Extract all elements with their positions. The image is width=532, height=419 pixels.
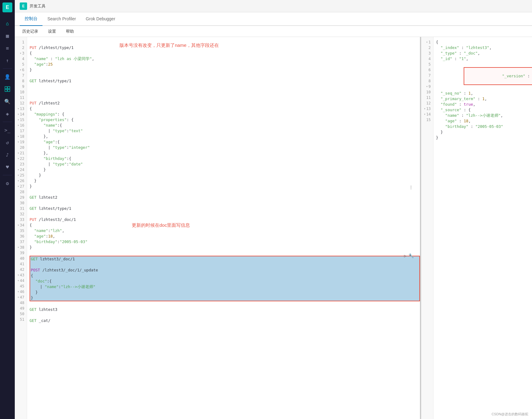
ln-18: ▾18 [15,134,27,139]
sidebar-icon-11[interactable]: ♥ [2,161,13,173]
code-line-24: } [30,167,420,173]
code-line-20: | "type":"integer" [30,145,420,150]
ln-7: 7 [15,73,27,78]
settings-button[interactable]: 设置 [46,27,58,35]
ln-1: 1 [15,39,27,45]
rln-6: 6 [421,67,433,73]
code-line-25: } [30,173,420,178]
sidebar-divider-1 [3,68,12,69]
svg-rect-0 [5,87,7,89]
rln-1: ▾1 [421,39,433,45]
help-button[interactable]: 帮助 [63,27,76,35]
code-line-38: } [30,245,420,250]
sidebar-icon-4[interactable]: 👤 [2,71,13,82]
sidebar-icon-7[interactable]: ◈ [2,108,13,119]
ln-6: ▾6 [15,67,27,73]
ln-21: ▾21 [15,150,27,156]
main-content: E 开发工具 控制台 Search Profiler Grok Debugger… [15,0,532,419]
tab-grok-debugger[interactable]: Grok Debugger [81,12,120,26]
history-button[interactable]: 历史记录 [20,27,41,35]
sidebar-icon-9[interactable]: ↺ [2,137,13,148]
run-icons[interactable]: ▷ 🔧 [404,253,414,258]
ln-35: 35 [15,228,27,234]
ln-11: 11 [15,95,27,100]
ln-8: 8 [15,78,27,84]
rcode-1: { [436,39,532,45]
sidebar-icon-6[interactable]: 🔍 [2,96,13,107]
code-line-19: "age":{ [30,139,420,145]
tab-search-profiler[interactable]: Search Profiler [42,12,81,26]
ln-23: 23 [15,161,27,167]
three-dots[interactable]: ⋮ [409,185,414,190]
ln-47: ▾47 [15,295,27,300]
code-line-30 [30,200,420,206]
rln-10: 10 [421,89,433,95]
code-line-7 [30,73,420,78]
ln-31: 31 [15,206,27,211]
rcode-7: "_primary_term" : 1, [436,96,532,102]
ln-28: 28 [15,189,27,195]
code-line-41 [30,262,420,267]
code-line-5: "age":25 [30,62,420,67]
code-line-23: | "type":"date" [30,161,420,167]
rln-12: 12 [421,100,433,106]
code-line-50 [30,312,420,318]
run-icon[interactable]: ▷ [404,253,407,258]
ln-26: ▾26 [15,178,27,184]
sidebar-icon-12[interactable]: ⚙ [2,178,13,189]
sidebar-icon-1[interactable]: ▦ [2,30,13,41]
rln-14: ▾14 [421,112,433,117]
ln-24: ▾24 [15,167,27,173]
toolbar: 历史记录 设置 帮助 [15,26,532,37]
code-line-17: | "type":"text" [30,128,420,134]
right-editor[interactable]: ▾1 2 3 4 5 6 7 8 ▾9 10 11 12 ▾13 ▾14 15 [421,37,532,419]
rln-5: 5 [421,62,433,67]
svg-rect-1 [8,87,10,89]
sidebar-icon-0[interactable]: ⌂ [2,18,13,29]
code-line-33: PUT /lzhtest3/_doc/1 [30,217,420,222]
sidebar-icon-10[interactable]: ♪ [2,149,13,160]
code-line-35: "name":"lzh", [30,228,420,234]
sidebar-icon-8[interactable]: >_ [2,124,13,136]
rln-15: 15 [421,117,433,123]
ln-15: ▾15 [15,117,27,123]
ln-12: 12 [15,100,27,106]
ln-39: 39 [15,250,27,256]
code-line-49: GET lzhtest3 [30,307,420,312]
ln-17: 17 [15,128,27,134]
code-line-34: { [30,222,420,228]
code-line-40: GET lzhtest3/_doc/1 [30,256,420,262]
rcode-14: } [436,135,532,140]
ln-44: ▾44 [15,278,27,283]
code-line-31: GET lzhtest/type/1 [30,206,420,211]
ln-41: 41 [15,261,27,267]
code-line-46: } [30,290,420,295]
wrench-icon[interactable]: 🔧 [409,253,414,258]
code-line-8: GET lzhtest/type/1 [30,78,420,84]
ln-2: 2 [15,45,27,51]
ln-13: ▾13 [15,106,27,112]
code-line-47: } [30,295,420,301]
ln-30: 30 [15,200,27,206]
left-editor[interactable]: 1 2 ▾3 4 5 ▾6 7 8 9 10 11 12 ▾13 ▾14 ▾15… [15,37,421,419]
rln-4: 4 [421,56,433,62]
ln-49: 49 [15,306,27,311]
code-line-48 [30,301,420,307]
rcode-3: "_type" : "_doc", [436,51,532,56]
ln-43: ▾43 [15,272,27,278]
code-line-13: { [30,106,420,112]
app-logo[interactable]: E [2,2,12,12]
code-line-27: } [30,184,420,189]
ln-22: ▾22 [15,156,27,161]
ln-46: ▾46 [15,289,27,295]
code-line-11 [30,95,420,100]
ln-25: ▾25 [15,173,27,178]
left-code-content: 版本号没有改变，只更新了name，其他字段还在 更新的时候在doc里面写信息 ▷… [27,37,420,419]
tab-console[interactable]: 控制台 [20,12,42,26]
code-line-18: }, [30,134,420,139]
sidebar-icon-2[interactable]: ≡ [2,43,13,54]
sidebar-icon-3[interactable]: ↑ [2,55,13,66]
sidebar-icon-5[interactable] [2,83,13,95]
ln-45: 45 [15,283,27,289]
ln-50: 50 [15,311,27,317]
